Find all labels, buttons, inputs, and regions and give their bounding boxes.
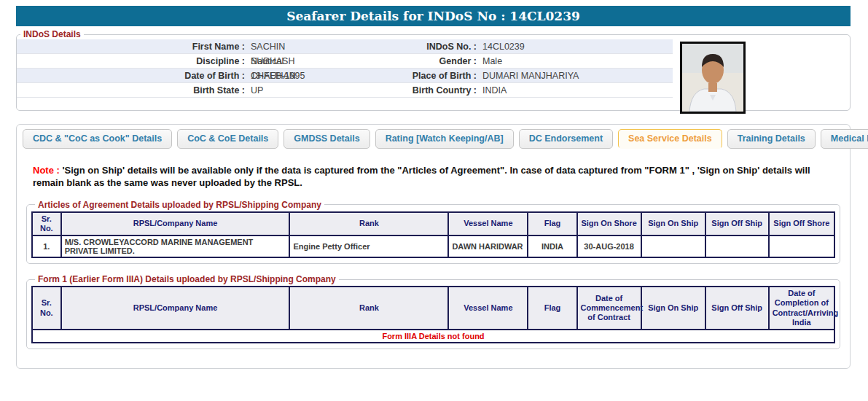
tab-medical-fitness-certificate[interactable]: Medical Fitness Certificate — [821, 129, 868, 149]
field-value: DUMARI MANJHARIYA — [482, 69, 673, 83]
photo-area — [673, 39, 850, 114]
column-header: Sr. No. — [32, 212, 61, 235]
indos-details-rows: First Name :SACHIN SUBHASH CHAUHANINDoS … — [17, 39, 673, 114]
tab-panel: CDC & "CoC as Cook" DetailsCoC & CoE Det… — [16, 124, 851, 369]
column-header: Sign On Shore — [577, 212, 641, 235]
table-cell — [705, 235, 769, 257]
tab-cdc-coc-as-cook-details[interactable]: CDC & "CoC as Cook" Details — [23, 129, 172, 149]
table-cell: 30-AUG-2018 — [577, 235, 641, 257]
tab-dc-endorsement[interactable]: DC Endorsement — [519, 129, 613, 149]
tab-coc-coe-details[interactable]: CoC & CoE Details — [177, 129, 278, 149]
column-header: Sign Off Shore — [769, 212, 834, 235]
form1-legend: Form 1 (Earlier Form IIIA) Details uploa… — [35, 274, 339, 284]
table-cell — [769, 235, 834, 257]
table-cell: 1. — [32, 235, 61, 257]
table-cell: INDIA — [528, 235, 576, 257]
field-value: Male — [482, 54, 673, 69]
field-label: Place of Birth : — [307, 69, 482, 83]
column-header: Vessel Name — [448, 212, 528, 235]
articles-of-agreement-legend: Articles of Agreement Details uploaded b… — [35, 200, 324, 210]
tab-gmdss-details[interactable]: GMDSS Details — [284, 129, 370, 149]
column-header: Flag — [528, 287, 576, 330]
page-title: Seafarer Details for INDoS No : 14CL0239 — [16, 6, 851, 26]
column-header: RPSL/Company Name — [61, 287, 290, 330]
detail-row: Date of Birth :18-FEB-1995Place of Birth… — [17, 69, 673, 83]
detail-row: Discipline :NauticalGender :Male — [17, 54, 673, 69]
indos-details-section: INDoS Details First Name :SACHIN SUBHASH… — [16, 29, 851, 111]
page: Seafarer Details for INDoS No : 14CL0239… — [0, 0, 868, 369]
field-label: Gender : — [307, 54, 482, 69]
seafarer-photo — [680, 42, 746, 114]
column-header: Sign Off Ship — [705, 287, 769, 330]
column-header: Date of Completion of Contract/Arriving … — [769, 287, 834, 330]
table-cell — [641, 235, 705, 257]
note: Note : 'Sign on Ship' details will be av… — [33, 165, 834, 190]
column-header: Sr. No. — [32, 287, 61, 330]
column-header: RPSL/Company Name — [61, 212, 290, 235]
field-value: 18-FEB-1995 — [250, 69, 307, 83]
column-header: Sign On Ship — [641, 212, 705, 235]
table-header-row: Sr. No.RPSL/Company NameRankVessel NameF… — [32, 212, 834, 235]
note-text: 'Sign on Ship' details will be available… — [33, 165, 810, 188]
tab-training-details[interactable]: Training Details — [727, 129, 816, 149]
indos-details-body: First Name :SACHIN SUBHASH CHAUHANINDoS … — [17, 39, 850, 114]
table-cell: M/S. CROWLEYACCORD MARINE MANAGEMENT PRI… — [61, 235, 290, 257]
table-cell: Engine Petty Officer — [289, 235, 448, 257]
note-prefix: Note : — [33, 165, 60, 176]
detail-row: First Name :SACHIN SUBHASH CHAUHANINDoS … — [17, 39, 673, 54]
field-label: Birth State : — [17, 83, 250, 98]
column-header: Rank — [289, 212, 448, 235]
form1-table: Sr. No.RPSL/Company NameRankVessel NameF… — [31, 286, 835, 343]
articles-of-agreement-table: Sr. No.RPSL/Company NameRankVessel NameF… — [31, 211, 835, 258]
column-header: Vessel Name — [448, 287, 528, 330]
form1-section: Form 1 (Earlier Form IIIA) Details uploa… — [26, 274, 840, 349]
table-row: 1.M/S. CROWLEYACCORD MARINE MANAGEMENT P… — [32, 235, 834, 257]
column-header: Flag — [528, 212, 576, 235]
column-header: Sign On Ship — [641, 287, 705, 330]
column-header: Rank — [289, 287, 448, 330]
tab-rating-watch-keeping-ab[interactable]: Rating [Watch Keeping/AB] — [375, 129, 514, 149]
table-cell: DAWN HARIDWAR — [448, 235, 528, 257]
table-header-row: Sr. No.RPSL/Company NameRankVessel NameF… — [32, 287, 834, 330]
seafarer-photo-graphic — [682, 44, 743, 112]
column-header: Date of Commencement of Contract — [577, 287, 641, 330]
field-value: UP — [250, 83, 307, 98]
indos-details-legend: INDoS Details — [20, 29, 84, 39]
table-empty-row: Form IIIA Details not found — [32, 330, 834, 343]
tab-sea-service-details[interactable]: Sea Service Details — [618, 129, 722, 149]
detail-row: Birth State :UPBirth Country :INDIA — [17, 83, 673, 98]
tab-bar: CDC & "CoC as Cook" DetailsCoC & CoE Det… — [23, 129, 844, 149]
field-value: Nautical — [250, 54, 307, 69]
empty-message: Form IIIA Details not found — [32, 330, 834, 343]
field-label: Birth Country : — [307, 83, 482, 98]
field-value: INDIA — [482, 83, 673, 98]
field-label: Discipline : — [17, 54, 250, 69]
articles-of-agreement-section: Articles of Agreement Details uploaded b… — [26, 200, 840, 264]
field-label: Date of Birth : — [17, 69, 250, 83]
column-header: Sign Off Ship — [705, 212, 769, 235]
